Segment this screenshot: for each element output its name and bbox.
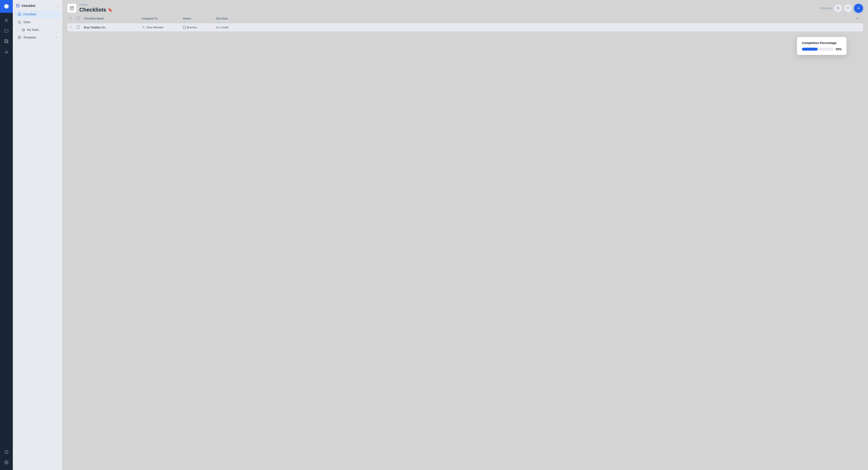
svg-rect-14 (18, 36, 21, 39)
item-count-label: One Item (820, 7, 832, 10)
progress-bar-fill (802, 48, 817, 51)
filter-button[interactable] (844, 4, 852, 12)
sidebar: Checklist ⌄ Checklists Tasks ⌄ My Tasks (13, 0, 62, 470)
sidebar-header-left: Checklist (16, 4, 35, 7)
main-content: Content Checklists 🔖 One Item + (62, 0, 868, 470)
svg-point-7 (6, 462, 7, 463)
app-logo[interactable] (0, 0, 13, 13)
nav-item-checklists[interactable] (2, 37, 11, 45)
sidebar-header: Checklist ⌄ (13, 0, 62, 10)
sidebar-section-label: Checklist (22, 4, 35, 7)
tasks-expand-icon[interactable]: ⌄ (55, 21, 57, 24)
svg-point-19 (837, 7, 839, 9)
content-area: Checklist Name Assigned To Status Due Da… (62, 13, 868, 470)
breadcrumb: Content (79, 3, 112, 6)
sidebar-item-templates[interactable]: Templates > (14, 34, 61, 41)
assigned-to-cell: Team Member (140, 26, 181, 29)
checkbox-col-header (75, 17, 82, 21)
sidebar-item-label-tasks: Tasks (23, 21, 53, 24)
status-value: $t:active (187, 26, 197, 29)
table-header: Checklist Name Assigned To Status Due Da… (67, 16, 863, 23)
nav-bottom (2, 444, 11, 470)
checklist-header-icon (16, 4, 20, 7)
completion-popup: Completion Percentage 50% (797, 37, 846, 55)
status-col-header: Status (181, 17, 214, 20)
search-button[interactable] (834, 4, 842, 12)
status-checkbox-icon (183, 26, 186, 29)
sidebar-item-label-templates: Templates (23, 36, 54, 39)
select-all-checkbox[interactable] (76, 17, 80, 20)
sidebar-chevron-down-icon[interactable]: ⌄ (57, 4, 59, 7)
drag-handle-icon[interactable] (67, 26, 75, 29)
table-row: Briar Rabbits On... Team Member $t:activ… (67, 23, 863, 32)
assigned-to-value: Team Member (146, 26, 163, 29)
nav-item-folder[interactable] (2, 26, 11, 35)
table-container: Checklist Name Assigned To Status Due Da… (67, 16, 863, 32)
sidebar-item-checklists[interactable]: Checklists (14, 10, 61, 18)
person-icon (142, 26, 145, 29)
tasks-icon (18, 21, 21, 24)
completion-popup-title: Completion Percentage (802, 41, 842, 44)
sort-col-header (67, 17, 75, 20)
bookmark-icon[interactable]: 🔖 (108, 8, 112, 12)
progress-percentage-label: 50% (836, 48, 842, 51)
status-cell: $t:active (181, 26, 214, 29)
sidebar-item-label-checklists: Checklists (23, 12, 36, 16)
due-date-cell: in 1 month (214, 26, 247, 29)
progress-container: 50% (802, 48, 842, 51)
svg-point-29 (143, 26, 144, 27)
nav-item-analytics[interactable] (2, 47, 11, 56)
nav-item-help[interactable] (2, 448, 11, 457)
my-tasks-icon (22, 28, 25, 31)
templates-icon (18, 36, 21, 39)
filter-icon (846, 7, 849, 10)
progress-bar-bg (802, 48, 833, 51)
add-column-icon[interactable]: + (857, 16, 859, 21)
page-title: Checklists 🔖 (79, 7, 112, 13)
nav-bar (0, 0, 13, 470)
header-right: One Item + (820, 4, 863, 13)
svg-point-0 (5, 19, 7, 21)
sidebar-subitem-label-my-tasks: My Tasks (27, 28, 39, 31)
nav-item-settings[interactable] (2, 458, 11, 467)
page-icon (67, 4, 76, 13)
add-button[interactable]: + (854, 4, 863, 13)
row-checkbox[interactable] (76, 25, 80, 29)
svg-rect-10 (22, 29, 25, 31)
row-checkbox-cell (75, 25, 82, 29)
sidebar-section: Checklists Tasks ⌄ My Tasks Templates (13, 10, 62, 41)
search-icon (836, 7, 840, 10)
add-col-header: + (855, 16, 863, 21)
checklists-icon (18, 12, 21, 16)
header-left: Content Checklists 🔖 (67, 3, 112, 13)
sidebar-subitem-my-tasks[interactable]: My Tasks (14, 26, 61, 33)
templates-expand-icon[interactable]: > (56, 36, 57, 39)
svg-line-20 (839, 9, 839, 9)
due-date-col-header: Due Date (214, 17, 247, 20)
sidebar-item-tasks[interactable]: Tasks ⌄ (14, 19, 61, 26)
nav-items (2, 13, 11, 444)
nav-item-users[interactable] (2, 16, 11, 25)
name-col-header: Checklist Name (82, 17, 140, 20)
add-icon: + (857, 6, 860, 11)
assigned-col-header: Assigned To (140, 17, 181, 20)
page-header: Content Checklists 🔖 One Item + (62, 0, 868, 13)
header-titles: Content Checklists 🔖 (79, 3, 112, 13)
checklist-name-cell[interactable]: Briar Rabbits On... (82, 26, 140, 29)
sort-icon (69, 17, 72, 20)
